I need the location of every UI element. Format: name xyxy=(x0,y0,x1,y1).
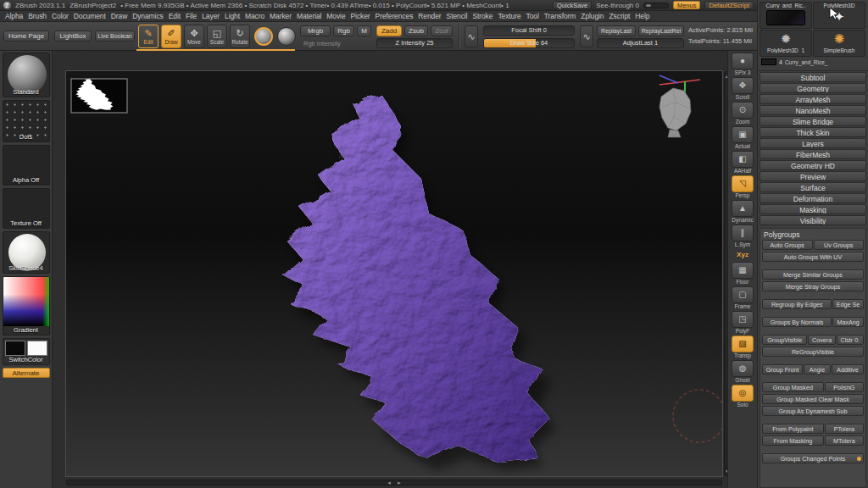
home-page-button[interactable]: Home Page xyxy=(3,30,49,42)
tool-section-surface[interactable]: Surface xyxy=(760,182,866,192)
menu-item-zscript[interactable]: Zscript xyxy=(606,12,632,20)
tool-slot-current[interactable]: Curry_and_Ric.. xyxy=(760,2,812,29)
menu-item-preferences[interactable]: Preferences xyxy=(373,12,416,20)
color-picker[interactable]: Gradient xyxy=(3,276,50,336)
menu-item-dynamics[interactable]: Dynamics xyxy=(130,12,166,20)
rotate-mode-button[interactable]: ↻ Rotate xyxy=(230,25,250,48)
tool-section-fibermesh[interactable]: FiberMesh xyxy=(760,149,866,159)
menu-item-material[interactable]: Material xyxy=(294,12,324,20)
menu-item-movie[interactable]: Movie xyxy=(324,12,348,20)
texture-thumbnail[interactable]: Texture Off xyxy=(3,188,50,229)
alpha-thumbnail[interactable]: Alpha Off xyxy=(3,145,50,186)
tool-history-thumbnail[interactable] xyxy=(761,58,776,65)
tool-section-arraymesh[interactable]: ArrayMesh xyxy=(760,94,866,104)
stroke-type-thumbnail[interactable]: Dots xyxy=(3,100,50,142)
z-intensity-slider[interactable]: Z Intensity 25 xyxy=(376,38,453,48)
merge-stray-groups-button[interactable]: Merge Stray Groups xyxy=(762,281,864,291)
menus-button[interactable]: Menus xyxy=(673,1,701,9)
tool-section-slime-bridge[interactable]: Slime Bridge xyxy=(760,116,866,126)
menu-item-help[interactable]: Help xyxy=(632,12,652,20)
shelf-zoom-button[interactable]: ⊙ Zoom xyxy=(731,102,754,125)
stroke-curve-icon[interactable]: ∿ xyxy=(580,25,593,47)
max-angle-slider[interactable]: MaxAng xyxy=(832,317,864,327)
material-sphere-icon[interactable] xyxy=(277,27,296,46)
menu-item-picker[interactable]: Picker xyxy=(348,12,373,20)
coverage-slider[interactable]: Covera xyxy=(808,335,835,345)
document-canvas[interactable] xyxy=(66,71,722,476)
shelf-ghost-button[interactable]: ◍ Ghost xyxy=(731,360,754,384)
uv-groups-button[interactable]: Uv Groups xyxy=(814,240,865,250)
shelf-xyz-button[interactable]: Xyz xyxy=(731,249,754,261)
shelf-spix-button[interactable]: ● SPix 3 xyxy=(731,53,754,76)
see-through-slider[interactable] xyxy=(643,3,669,8)
merge-similar-groups-button[interactable]: Merge Similar Groups xyxy=(762,269,864,280)
adjust-last-slider[interactable]: AdjustLast 1 xyxy=(597,38,684,48)
draw-mode-button[interactable]: ✐ Draw xyxy=(161,25,181,48)
edit-mode-button[interactable]: ✎ Edit xyxy=(138,25,159,48)
focal-curve-icon[interactable]: ∿ xyxy=(465,25,478,47)
group-front-button[interactable]: Group Front xyxy=(762,364,803,374)
menu-item-texture[interactable]: Texture xyxy=(495,12,523,20)
angle-slider[interactable]: Angle xyxy=(804,364,831,374)
tool-section-layers[interactable]: Layers xyxy=(760,138,866,148)
menu-item-stencil[interactable]: Stencil xyxy=(444,12,470,20)
lightbox-button[interactable]: LightBox xyxy=(54,30,92,42)
menu-item-alpha[interactable]: Alpha xyxy=(3,12,25,20)
additive-toggle[interactable]: Additive xyxy=(832,364,864,374)
group-visible-button[interactable]: GroupVisible xyxy=(762,335,807,345)
horizontal-scrollbar[interactable]: ◄ ► xyxy=(66,480,722,485)
current-brush-icon[interactable] xyxy=(254,27,273,46)
alternate-button[interactable]: Alternate xyxy=(3,368,50,378)
regroup-visible-button[interactable]: ReGroupVisible xyxy=(762,347,864,357)
scroll-left-icon[interactable]: ◄ xyxy=(387,480,392,485)
draw-size-slider[interactable]: Draw Size 64 xyxy=(483,38,575,48)
switch-color-widget[interactable]: SwitchColor xyxy=(3,338,50,365)
zcut-button[interactable]: Zcut xyxy=(431,25,453,36)
zadd-button[interactable]: Zadd xyxy=(376,25,402,36)
menu-item-light[interactable]: Light xyxy=(222,12,242,20)
menu-item-tool[interactable]: Tool xyxy=(524,12,542,20)
mrgb-button[interactable]: Mrgb xyxy=(300,25,331,36)
scale-mode-button[interactable]: ◱ Scale xyxy=(207,25,227,48)
menu-item-layer[interactable]: Layer xyxy=(199,12,222,20)
edge-sensitivity-slider[interactable]: Edge Se xyxy=(832,299,864,309)
tool-section-nanomesh[interactable]: NanoMesh xyxy=(760,105,866,115)
tool-section-masking[interactable]: Masking xyxy=(760,204,866,214)
shelf-lsym-button[interactable]: ∥ L.Sym xyxy=(731,225,754,248)
replay-last-rel-button[interactable]: ReplayLastRel xyxy=(638,25,684,36)
mask-tolerance-slider[interactable]: MTolera xyxy=(825,435,864,446)
groups-changed-points-button[interactable]: Groups Changed Points xyxy=(762,453,864,463)
from-polypaint-button[interactable]: From Polypaint xyxy=(762,424,824,434)
polish-groups-slider[interactable]: PolishG xyxy=(825,382,864,392)
m-button[interactable]: M xyxy=(357,25,371,36)
shelf-floor-button[interactable]: ▦ Floor xyxy=(731,262,754,286)
menu-item-document[interactable]: Document xyxy=(71,12,108,20)
menu-item-macro[interactable]: Macro xyxy=(242,12,267,20)
secondary-color-swatch[interactable] xyxy=(27,341,47,356)
paint-tolerance-slider[interactable]: PTolera xyxy=(825,424,864,434)
tool-section-geometry[interactable]: Geometry xyxy=(760,83,866,93)
tool-section-subtool[interactable]: Subtool xyxy=(760,72,866,82)
live-boolean-button[interactable]: Live Boolean xyxy=(95,30,135,42)
replay-last-button[interactable]: ReplayLast xyxy=(597,25,636,36)
zsub-button[interactable]: Zsub xyxy=(404,25,428,36)
shelf-solo-button[interactable]: ◎ Solo xyxy=(731,385,754,408)
camera-head-gizmo[interactable] xyxy=(659,75,700,137)
material-thumbnail[interactable]: SkinShade4 xyxy=(3,231,50,274)
tool-slot-polymesh3d-1[interactable]: ✹ PolyMesh3D_1 xyxy=(760,30,812,57)
shelf-dynamic-button[interactable]: ▲ Dynamic xyxy=(731,200,754,224)
rgb-intensity-slider[interactable]: Rgb Intensity xyxy=(303,40,341,47)
quicksave-button[interactable]: QuickSave xyxy=(553,1,592,9)
groups-by-normals-button[interactable]: Groups By Normals xyxy=(762,317,832,327)
auto-groups-button[interactable]: Auto Groups xyxy=(762,240,813,250)
tool-section-thick-skin[interactable]: Thick Skin xyxy=(760,127,866,137)
from-masking-button[interactable]: From Masking xyxy=(762,435,824,446)
auto-groups-with-uv-button[interactable]: Auto Groups With UV xyxy=(762,252,864,262)
tool-slot-simplebrush[interactable]: ✺ SimpleBrush xyxy=(813,30,865,57)
menu-item-draw[interactable]: Draw xyxy=(108,12,130,20)
tool-section-preview[interactable]: Preview xyxy=(760,171,866,181)
menu-item-render[interactable]: Render xyxy=(415,12,443,20)
shelf-scroll-button[interactable]: ✥ Scroll xyxy=(731,77,754,101)
move-mode-button[interactable]: ✥ Move xyxy=(184,25,204,48)
menu-item-marker[interactable]: Marker xyxy=(267,12,294,20)
